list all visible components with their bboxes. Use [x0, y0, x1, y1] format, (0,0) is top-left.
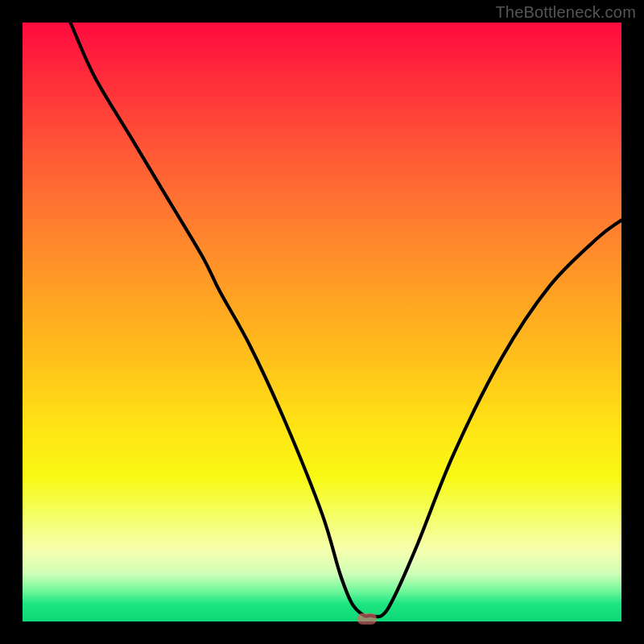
watermark-text: TheBottleneck.com	[495, 3, 636, 22]
plot-area	[23, 23, 621, 621]
curve-path	[71, 23, 622, 617]
chart-frame: TheBottleneck.com	[0, 0, 644, 644]
minimum-marker	[357, 613, 377, 625]
curve-svg	[23, 23, 621, 621]
